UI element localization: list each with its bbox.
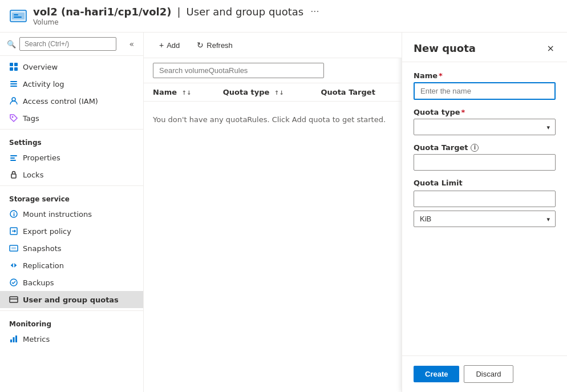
quota-type-select[interactable]: Individual user quota Group quota Defaul… <box>414 119 556 135</box>
svg-rect-16 <box>10 160 16 161</box>
sidebar-item-label: User and group quotas <box>23 296 119 304</box>
chart-icon <box>9 334 18 343</box>
svg-rect-15 <box>10 157 15 159</box>
quota-target-info-icon[interactable]: i <box>471 144 479 152</box>
sidebar-item-mount-instructions[interactable]: i Mount instructions <box>0 205 143 223</box>
sidebar-item-locks[interactable]: Locks <box>0 166 143 183</box>
resource-name: vol2 (na-hari1/cp1/vol2) <box>33 6 172 18</box>
required-indicator: * <box>439 71 443 80</box>
header-title-group: vol2 (na-hari1/cp1/vol2) | User and grou… <box>33 6 319 26</box>
sidebar-item-activity-log[interactable]: Activity log <box>0 75 143 92</box>
sidebar-search-input[interactable] <box>19 37 116 51</box>
sidebar-item-access-control[interactable]: Access control (IAM) <box>0 92 143 110</box>
svg-rect-22 <box>11 247 16 249</box>
svg-point-13 <box>12 116 14 118</box>
table-search-input[interactable] <box>153 63 324 78</box>
col-header-quota-target[interactable]: Quota Target <box>311 83 402 102</box>
sidebar-item-replication[interactable]: Replication <box>0 257 143 274</box>
sort-icon-quota-type: ↑↓ <box>274 90 284 96</box>
section-label-settings: Settings <box>0 132 143 149</box>
new-quota-panel: New quota × Name* Quota type* Individ <box>402 33 567 392</box>
table-empty-row: You don't have any quotaRules. Click Add… <box>144 102 402 138</box>
refresh-button[interactable]: ↻ Refresh <box>191 37 239 53</box>
quota-type-label: Quota type* <box>414 108 556 116</box>
sidebar-item-label: Activity log <box>23 80 64 88</box>
properties-icon <box>9 153 18 162</box>
lock-icon <box>9 170 18 179</box>
sidebar-item-export-policy[interactable]: Export policy <box>0 223 143 240</box>
svg-rect-25 <box>10 340 12 342</box>
quota-type-select-wrapper: Individual user quota Group quota Defaul… <box>414 119 556 135</box>
quota-limit-unit-select[interactable]: KiB MiB GiB TiB <box>414 211 556 227</box>
svg-rect-7 <box>10 67 13 71</box>
name-input[interactable] <box>414 82 556 100</box>
sidebar-item-label: Metrics <box>23 335 50 343</box>
col-header-name[interactable]: Name ↑↓ <box>144 83 214 102</box>
sidebar-nav: Overview Activity log Access control (IA… <box>0 56 143 392</box>
grid-icon <box>9 62 18 71</box>
panel-close-button[interactable]: × <box>546 42 556 55</box>
sidebar-item-snapshots[interactable]: Snapshots <box>0 240 143 257</box>
sidebar-item-label: Export policy <box>23 227 71 236</box>
name-label: Name* <box>414 71 556 80</box>
quota-limit-field: Quota Limit KiB MiB GiB TiB ▾ <box>414 179 556 227</box>
sidebar-search-area: 🔍 « <box>0 33 143 56</box>
sidebar-item-label: Tags <box>23 114 39 123</box>
refresh-icon: ↻ <box>197 41 204 50</box>
content-search-area <box>144 58 402 83</box>
create-button[interactable]: Create <box>414 366 459 382</box>
volume-icon <box>9 7 27 25</box>
panel-footer: Create Discard <box>402 355 567 392</box>
snapshot-icon <box>9 244 18 253</box>
empty-message: You don't have any quotaRules. Click Add… <box>144 102 402 138</box>
sidebar-item-label: Backups <box>23 278 54 287</box>
sidebar-collapse-button[interactable]: « <box>127 38 136 50</box>
header-ellipsis-menu[interactable]: ··· <box>310 6 319 17</box>
quota-limit-unit-wrapper: KiB MiB GiB TiB ▾ <box>414 211 556 227</box>
info-circle-icon: i <box>9 209 18 219</box>
svg-rect-10 <box>10 83 17 84</box>
svg-rect-5 <box>10 63 13 66</box>
quota-type-field: Quota type* Individual user quota Group … <box>414 108 556 135</box>
header-separator: | <box>177 6 181 18</box>
panel-body: Name* Quota type* Individual user quota … <box>402 62 567 355</box>
page-title: User and group quotas <box>187 6 304 18</box>
svg-rect-6 <box>14 63 18 66</box>
svg-text:i: i <box>13 212 15 217</box>
svg-rect-2 <box>12 13 25 19</box>
svg-rect-11 <box>10 86 17 87</box>
svg-rect-23 <box>10 297 18 302</box>
sidebar-item-properties[interactable]: Properties <box>0 149 143 166</box>
search-icon: 🔍 <box>7 40 16 49</box>
name-field: Name* <box>414 71 556 100</box>
svg-rect-17 <box>11 174 16 178</box>
sidebar-item-tags[interactable]: Tags <box>0 110 143 127</box>
discard-button[interactable]: Discard <box>464 365 513 383</box>
sidebar-item-label: Overview <box>23 63 58 71</box>
content-toolbar: + Add ↻ Refresh <box>144 33 402 58</box>
sidebar-item-label: Replication <box>23 261 64 270</box>
svg-point-12 <box>12 98 15 101</box>
quota-target-label: Quota Target i <box>414 143 556 152</box>
quota-target-input[interactable] <box>414 154 556 171</box>
svg-rect-26 <box>13 337 15 342</box>
sidebar-item-backups[interactable]: Backups <box>0 274 143 291</box>
list-icon <box>9 79 18 88</box>
sort-icon-name: ↑↓ <box>182 90 192 96</box>
svg-rect-27 <box>15 336 17 342</box>
sidebar-item-label: Properties <box>23 153 60 162</box>
svg-rect-4 <box>14 17 22 18</box>
replication-icon <box>9 261 18 270</box>
divider-monitoring <box>0 310 143 311</box>
add-button[interactable]: + Add <box>153 37 186 53</box>
sidebar-item-label: Locks <box>23 171 43 179</box>
sidebar-item-metrics[interactable]: Metrics <box>0 330 143 347</box>
sidebar-item-overview[interactable]: Overview <box>0 58 143 75</box>
panel-header: New quota × <box>402 33 567 62</box>
backup-icon <box>9 278 18 287</box>
divider-settings <box>0 129 143 130</box>
sidebar-item-user-group-quotas[interactable]: User and group quotas <box>0 291 143 308</box>
col-header-quota-type[interactable]: Quota type ↑↓ <box>214 83 312 102</box>
quota-limit-input[interactable] <box>414 191 556 207</box>
svg-rect-14 <box>10 155 17 156</box>
